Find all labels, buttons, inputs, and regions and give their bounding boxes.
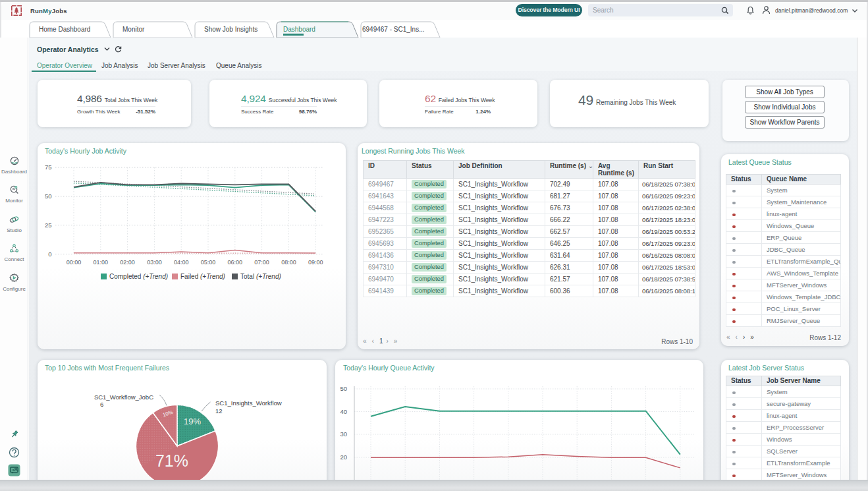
svg-text:75: 75 [45, 163, 52, 171]
svg-text:02:00: 02:00 [120, 259, 135, 266]
svg-text:50: 50 [45, 192, 52, 200]
svg-text:6: 6 [100, 401, 103, 408]
svg-text:30: 30 [340, 430, 347, 438]
svg-text:00:00: 00:00 [67, 259, 82, 266]
svg-text:05:00: 05:00 [201, 259, 216, 266]
svg-text:SC1_Workflow_JobC: SC1_Workflow_JobC [94, 393, 153, 401]
svg-text:Failed (+Trend): Failed (+Trend) [180, 273, 225, 280]
svg-text:25: 25 [45, 221, 52, 229]
svg-text:06:00: 06:00 [228, 259, 243, 266]
svg-text:19%: 19% [184, 417, 201, 426]
svg-text:71%: 71% [155, 451, 188, 470]
svg-text:12: 12 [215, 407, 223, 415]
svg-text:01:00: 01:00 [94, 259, 109, 266]
svg-text:09:00: 09:00 [308, 259, 323, 266]
svg-text:Completed (+Trend): Completed (+Trend) [109, 273, 168, 280]
svg-text:SC1_Insights_Workflow: SC1_Insights_Workflow [215, 399, 282, 407]
svg-text:40: 40 [340, 408, 347, 415]
svg-text:0: 0 [48, 250, 51, 258]
svg-text:20: 20 [340, 453, 347, 461]
svg-text:Total (+Trend): Total (+Trend) [240, 273, 281, 280]
svg-text:07:00: 07:00 [254, 259, 269, 266]
svg-text:04:00: 04:00 [174, 259, 189, 266]
svg-text:50: 50 [340, 385, 347, 392]
svg-text:03:00: 03:00 [147, 259, 162, 266]
svg-text:08:00: 08:00 [281, 259, 296, 266]
